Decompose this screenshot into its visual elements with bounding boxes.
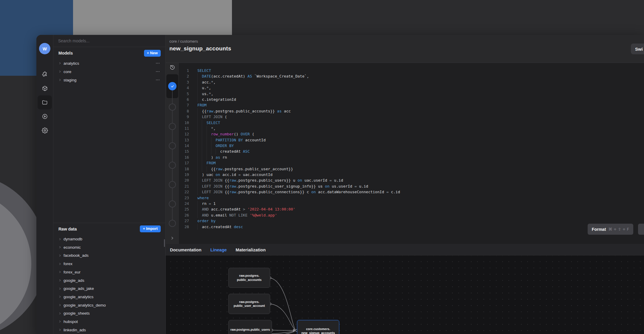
raw-item-economic[interactable]: economic: [53, 243, 165, 251]
code-line-24[interactable]: 24rn = 1: [179, 201, 644, 206]
raw-item-forex[interactable]: forex: [53, 260, 165, 268]
code-area[interactable]: 1SELECT2DATE(acc.createdAt) AS `Workspac…: [179, 63, 644, 244]
breadcrumb[interactable]: core / customers: [169, 39, 644, 44]
chevron-right-icon[interactable]: [58, 320, 61, 323]
chevron-right-icon[interactable]: [58, 70, 61, 73]
history-icon[interactable]: [170, 64, 175, 71]
code-line-26[interactable]: 26AND u.email NOT LIKE '%@weld.app': [179, 212, 644, 218]
code-line-10[interactable]: 10SELECT: [179, 120, 644, 126]
sidebar-item-analytics[interactable]: analytics: [53, 59, 165, 67]
code-line-5[interactable]: 5us.*,: [179, 91, 644, 97]
code-line-19[interactable]: 19) uac on acc.id = uac.accountId: [179, 172, 644, 177]
node-label: public_user_account: [233, 304, 265, 308]
raw-item-google-analytics[interactable]: google_analytics: [53, 293, 165, 301]
code-line-6[interactable]: 6c.integrationId: [179, 97, 644, 102]
code-line-1[interactable]: 1SELECT: [179, 68, 644, 73]
list-item-label: google_analytics: [64, 295, 94, 299]
code-line-25[interactable]: 25AND acc.createdAt > '2022-04-04 13:00:…: [179, 206, 644, 212]
chevron-right-icon[interactable]: [58, 279, 61, 282]
code-line-20[interactable]: 20LEFT JOIN {{raw.postgres.public_users}…: [179, 177, 644, 183]
sidebar-scrollbar[interactable]: [164, 239, 165, 247]
version-marker[interactable]: [169, 220, 176, 227]
new-model-button[interactable]: + New: [144, 50, 161, 57]
version-marker[interactable]: [169, 181, 176, 188]
code-line-22[interactable]: 22LEFT JOIN {{raw.postgres.public_connec…: [179, 189, 644, 195]
chevron-right-icon[interactable]: [58, 295, 61, 298]
code-line-4[interactable]: 4u.*,: [179, 85, 644, 91]
chevron-right-icon[interactable]: [58, 312, 61, 315]
code-line-3[interactable]: 3acc.*,: [179, 79, 644, 85]
raw-item-forex-eur[interactable]: forex_eur: [53, 268, 165, 276]
code-line-18[interactable]: 18{{raw.postgres.public_user_account}}: [179, 166, 644, 172]
node-public-user-account[interactable]: raw.postgres.public_user_account: [228, 294, 270, 314]
item-menu-icon[interactable]: [155, 69, 160, 74]
code-line-16[interactable]: 16) as rn: [179, 154, 644, 160]
chevron-right-icon[interactable]: [58, 328, 61, 331]
tab-documentation[interactable]: Documentation: [170, 248, 202, 252]
avatar[interactable]: W: [39, 43, 50, 54]
node-public-accounts[interactable]: raw.postgres.public_accounts: [228, 268, 270, 288]
code-line-7[interactable]: 7FROM: [179, 102, 644, 108]
chevron-right-icon[interactable]: [58, 254, 61, 257]
item-menu-icon[interactable]: [155, 61, 160, 66]
raw-item-google-sheets[interactable]: google_sheets: [53, 309, 165, 318]
chevron-right-icon[interactable]: [58, 270, 61, 273]
code-line-15[interactable]: 15createdAt ASC: [179, 149, 644, 154]
code-line-14[interactable]: 14ORDER BY: [179, 143, 644, 149]
chevron-right-icon[interactable]: [58, 78, 61, 81]
code-line-12[interactable]: 12row_number() OVER (: [179, 131, 644, 137]
version-marker[interactable]: [169, 103, 176, 111]
version-marker[interactable]: [169, 200, 176, 208]
chevron-right-icon[interactable]: [58, 304, 61, 307]
raw-item-linkedin-ads[interactable]: linkedin_ads: [53, 326, 165, 334]
tab-lineage[interactable]: Lineage: [210, 248, 227, 252]
code-line-17[interactable]: 17FROM: [179, 160, 644, 166]
version-marker[interactable]: [169, 123, 176, 130]
line-number: 18: [179, 166, 189, 172]
line-number: 15: [179, 149, 189, 154]
folder-icon[interactable]: [38, 95, 52, 109]
item-menu-icon[interactable]: [155, 78, 160, 82]
raw-item-google-ads[interactable]: google_ads: [53, 276, 165, 284]
code-line-23[interactable]: 23where: [179, 195, 644, 201]
code-text: LEFT JOIN {{raw.postgres.public_users}} …: [189, 177, 343, 183]
run-play-icon[interactable]: [38, 109, 52, 123]
expand-history-chevron-icon[interactable]: [171, 236, 174, 241]
code-line-9[interactable]: 9LEFT JOIN (: [179, 114, 644, 120]
tab-materialization[interactable]: Materialization: [236, 248, 266, 252]
import-button[interactable]: + Import: [140, 225, 161, 232]
chevron-right-icon[interactable]: [58, 262, 61, 265]
version-marker[interactable]: [169, 142, 176, 149]
settings-gear-icon[interactable]: [38, 123, 52, 137]
raw-item-dynamodb[interactable]: dynamodb: [53, 235, 165, 243]
code-line-13[interactable]: 13PARTITION BY accountId: [179, 137, 644, 143]
code-line-28[interactable]: 28acc.createdAt desc: [179, 224, 644, 230]
format-button[interactable]: Format ⌘ + ⇧ + F: [588, 224, 633, 235]
code-line-21[interactable]: 21LEFT JOIN {{raw.postgres.public_user_s…: [179, 183, 644, 189]
search-models-input[interactable]: Search models...: [53, 35, 165, 47]
chevron-right-icon[interactable]: [58, 62, 61, 65]
line-number: 12: [179, 131, 189, 137]
raw-item-google-ads-jake[interactable]: google_ads_jake: [53, 284, 165, 293]
raw-item-facebook-ads[interactable]: facebook_ads: [53, 251, 165, 260]
lineage-canvas[interactable]: raw.postgres.public_accountsraw.postgres…: [166, 256, 644, 334]
models-cube-icon[interactable]: [38, 81, 52, 95]
raw-item-hubspot[interactable]: hubspot: [53, 318, 165, 326]
node-new-signup-accounts[interactable]: core.customers.new_signup_accounts: [297, 320, 339, 334]
integrations-puzzle-icon[interactable]: [38, 67, 52, 81]
code-line-8[interactable]: 8{{raw.postgres.public_accounts}} as acc: [179, 108, 644, 114]
chevron-right-icon[interactable]: [58, 238, 61, 241]
version-marker[interactable]: [169, 162, 176, 169]
clipped-secondary-button[interactable]: [638, 224, 644, 235]
raw-item-google-analytics-demo[interactable]: google_analytics_demo: [53, 301, 165, 309]
current-version-check-icon[interactable]: [168, 82, 177, 90]
node-public-users[interactable]: raw.postgres.public_users: [228, 320, 272, 334]
code-line-2[interactable]: 2DATE(acc.createdAt) AS `Workspace_Creat…: [179, 73, 644, 79]
sidebar-item-core[interactable]: core: [53, 67, 165, 76]
chevron-right-icon[interactable]: [58, 287, 61, 290]
code-line-11[interactable]: 11*,: [179, 126, 644, 131]
switch-button[interactable]: Swi: [631, 44, 644, 54]
sidebar-item-staging[interactable]: staging: [53, 76, 165, 84]
code-line-27[interactable]: 27order by: [179, 218, 644, 224]
chevron-right-icon[interactable]: [58, 246, 61, 249]
